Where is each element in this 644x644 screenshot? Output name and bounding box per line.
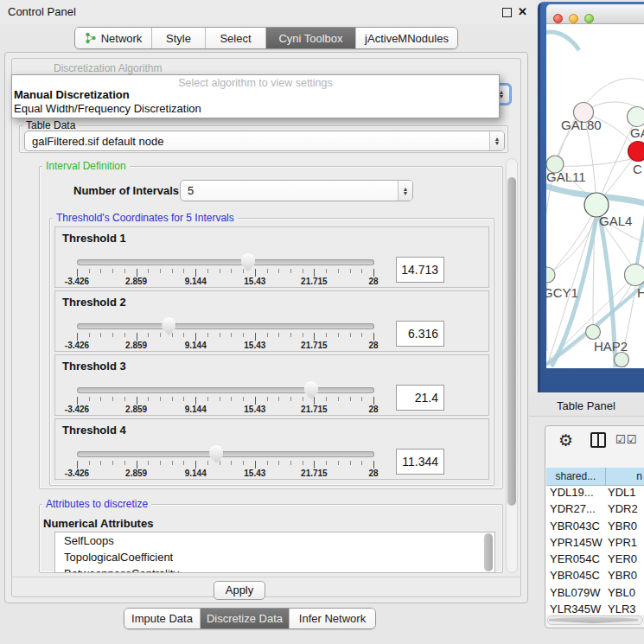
table-row[interactable]: YER054CYER0 [546,552,644,569]
cell-shared-name: YDL19... [546,486,606,502]
number-of-intervals-combo[interactable]: 5 ▲▼ [180,180,413,201]
tab-label: Style [166,32,191,45]
divider [12,577,520,577]
table-row[interactable]: YBL079WYBL0 [546,586,644,603]
table-row[interactable]: YBR043CYBR0 [546,520,644,536]
network-node[interactable] [615,353,629,367]
cell-name: YPR1 [606,536,644,552]
column-header-shared-name[interactable]: shared... [546,468,606,485]
network-node-label: GAL4 [599,214,632,228]
tab-style[interactable]: Style [151,28,205,48]
table-row[interactable]: YBR045CYBR0 [546,569,644,585]
threshold-label: Threshold 1 [62,232,126,245]
network-node-h[interactable] [625,265,644,286]
table-row[interactable]: YDL19...YDL1 [546,486,644,502]
threshold-value-field[interactable]: 14.713 [396,257,444,283]
attribute-list-item[interactable]: SelfLoops [55,532,494,549]
tick-label: 21.715 [301,341,328,350]
threshold-value-field[interactable]: 11.344 [396,449,444,475]
tick-label: 21.715 [301,277,328,286]
tab-impute-data[interactable]: Impute Data [124,609,200,628]
network-node-label: C [633,162,642,176]
slider-track[interactable] [77,323,374,329]
algorithm-option[interactable]: Equal Width/Frequency Discretization [12,102,499,116]
threshold-value-field[interactable]: 21.4 [396,385,444,411]
tab-label: Infer Network [299,612,366,625]
network-node-ga[interactable] [628,107,644,127]
cell-shared-name: YER054C [546,552,606,569]
network-window-titlebar[interactable] [546,4,644,24]
discretization-algorithm-label: Discretization Algorithm [50,62,165,74]
tab-label: Impute Data [131,612,193,625]
table-row[interactable]: YLR345WYLR3 [546,603,644,615]
tab-cyni-toolbox[interactable]: Cyni Toolbox [265,28,355,48]
cell-shared-name: YDR27... [546,502,606,519]
node-attribute-table[interactable]: shared...nYDL19...YDL1YDR27...YDR2YBR043… [546,468,644,615]
table-row[interactable]: YPR145WYPR1 [546,536,644,552]
threshold-value-field[interactable]: 6.316 [396,321,444,347]
select-columns-checkboxes-icon[interactable]: ☑☑ [615,433,637,446]
tick-label: -3.426 [65,469,89,478]
tick-label: -3.426 [65,341,89,350]
tick-label: 28 [368,277,378,286]
tick-label: 9.144 [185,277,207,286]
table-panel-toolbar: ⚙ ☑☑ [545,427,644,456]
cell-shared-name: YBL079W [546,586,606,603]
stepper-icon[interactable]: ▲▼ [398,181,412,201]
close-traffic-light-icon[interactable] [553,14,563,23]
tab-select[interactable]: Select [205,28,265,48]
threshold-panel-1: Threshold 1-3.4262.8599.14415.4321.71528… [54,226,489,288]
tick-label: 28 [368,405,378,414]
slider-track[interactable] [77,451,374,457]
algorithm-option[interactable]: Manual Discretization [12,88,499,102]
tab-label: Discretize Data [207,612,283,625]
table-hscrollbar-thumb[interactable] [549,617,638,623]
tab-infer-network[interactable]: Infer Network [289,609,375,628]
tick-label: -3.426 [65,277,89,286]
column-header-name[interactable]: n [606,468,644,485]
panel-scrollbar-thumb[interactable] [507,177,516,506]
network-icon [85,32,97,44]
network-node-label: GAL80 [561,118,602,132]
zoom-traffic-light-icon[interactable] [584,14,594,23]
close-icon[interactable]: ✕ [518,5,527,18]
stepper-icon[interactable]: ▲▼ [489,131,504,150]
gear-icon[interactable]: ⚙ [558,430,573,450]
slider-track[interactable] [77,387,374,393]
tick-label: 15.43 [244,469,265,478]
cell-name: YDR2 [606,502,644,519]
tab-jactivemnodules[interactable]: jActiveMNodules [355,28,457,48]
table-row[interactable]: YDR27...YDR2 [546,502,644,519]
minimize-traffic-light-icon[interactable] [569,14,578,23]
float-window-icon[interactable] [502,8,512,17]
attributes-list-scrollbar[interactable] [484,533,493,571]
numerical-attributes-list[interactable]: SelfLoopsTopologicalCoefficientBetweenne… [54,532,495,573]
threshold-label: Threshold 4 [62,424,126,437]
tab-network[interactable]: Network [75,28,151,48]
tick-label: 9.144 [185,469,207,478]
attribute-list-item[interactable]: BetweennessCentrality [55,565,494,573]
cell-shared-name: YPR145W [546,536,606,552]
tab-discretize-data[interactable]: Discretize Data [200,609,289,628]
network-node-hap2[interactable] [586,325,601,340]
network-node-c[interactable] [628,142,644,162]
thresholds-group-label: Threshold's Coordinates for 5 Intervals [53,212,238,224]
cell-shared-name: YLR345W [546,603,606,615]
table-data-combo-value: galFiltered.sif default node [25,135,489,148]
network-canvas[interactable]: GAL80GACGAL11GAL4GCY1HHAP2 [546,24,644,368]
table-panel-titlebar: Table Panel [529,396,644,417]
network-edge-thick[interactable] [546,32,579,50]
cell-name: YBR0 [606,520,644,536]
network-graph: GAL80GACGAL11GAL4GCY1HHAP2 [546,24,644,368]
network-node-label: GAL11 [546,169,586,184]
slider-track[interactable] [77,259,374,265]
tab-label: jActiveMNodules [365,32,449,45]
split-columns-icon[interactable] [590,432,606,448]
table-hscrollbar[interactable] [547,615,643,625]
table-data-combo[interactable]: galFiltered.sif default node ▲▼ [24,131,505,151]
tick-label: 21.715 [301,405,328,414]
tick-label: 2.859 [125,469,147,478]
apply-button[interactable]: Apply [214,581,265,600]
attribute-list-item[interactable]: TopologicalCoefficient [55,549,494,565]
tab-label: Cyni Toolbox [278,32,342,45]
